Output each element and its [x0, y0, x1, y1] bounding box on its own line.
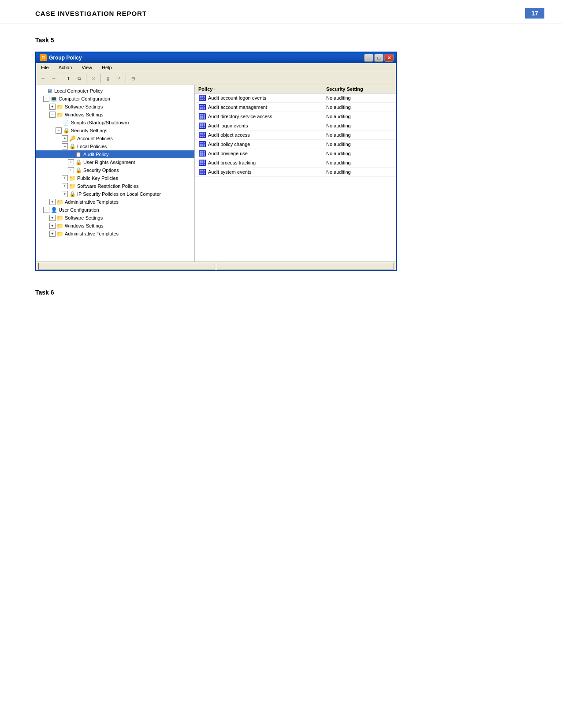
sort-indicator: ↑ [214, 87, 216, 92]
expander-admin-templates-cc[interactable]: + [49, 199, 56, 205]
tree-panel[interactable]: 🖥 Local Computer Policy − 💻 Computer Con… [36, 85, 195, 261]
titlebar-controls[interactable]: ─ □ ✕ [364, 54, 394, 62]
minimize-button[interactable]: ─ [364, 54, 373, 62]
icon-scripts: 📄 [63, 119, 70, 126]
policy-row-icon [198, 150, 206, 157]
menu-action[interactable]: Action [56, 64, 75, 71]
icon-security-options: 🔒 [75, 167, 82, 174]
tree-node-user-config[interactable]: − 👤 User Configuration [36, 206, 194, 214]
policy-setting: No auditing [326, 160, 392, 165]
icon-public-key: 📁 [69, 175, 76, 182]
label-security-options: Security Options [83, 168, 119, 173]
expander-admin-templates-uc[interactable]: + [49, 231, 56, 237]
page-header: CASE INVESTIGATION REPORT 17 [0, 0, 562, 23]
detail-header: Policy ↑ Security Setting [195, 85, 396, 93]
tree-node-local-computer-policy[interactable]: 🖥 Local Computer Policy [36, 87, 194, 95]
tree-node-audit-policy[interactable]: 📋 Audit Policy [36, 150, 194, 158]
help-button[interactable]: ? [114, 74, 123, 83]
close-button[interactable]: ✕ [384, 54, 394, 62]
tree-node-admin-templates-uc[interactable]: + 📁 Administrative Templates [36, 230, 194, 238]
detail-row[interactable]: Audit process trackingNo auditing [195, 158, 396, 168]
detail-row[interactable]: Audit directory service accessNo auditin… [195, 112, 396, 121]
expander-security-options[interactable]: + [68, 167, 74, 173]
label-software-restriction: Software Restriction Policies [77, 183, 138, 189]
tree-node-windows-settings-uc[interactable]: + 📁 Windows Settings [36, 222, 194, 230]
policy-row-icon [198, 122, 206, 129]
policy-setting: No auditing [326, 114, 392, 119]
icon-software-settings-uc: 📁 [56, 214, 63, 221]
policy-setting: No auditing [326, 123, 392, 128]
expander-software-settings-cc[interactable]: + [49, 104, 56, 110]
tree-node-security-settings[interactable]: − 🔒 Security Settings [36, 127, 194, 134]
menu-bar: File Action View Help [36, 63, 396, 72]
detail-row[interactable]: Audit logon eventsNo auditing [195, 121, 396, 131]
tree-node-local-policies[interactable]: − 🔒 Local Policies [36, 142, 194, 150]
expander-computer-config[interactable]: − [43, 96, 49, 102]
expander-software-settings-uc[interactable]: + [49, 215, 56, 221]
tree-node-computer-config[interactable]: − 💻 Computer Configuration [36, 95, 194, 103]
status-segment-1 [38, 263, 215, 270]
col-policy-header[interactable]: Policy ↑ [198, 86, 326, 92]
icon-software-settings-cc: 📁 [56, 103, 63, 110]
policy-setting: No auditing [326, 95, 392, 101]
tree-node-windows-settings[interactable]: − 📁 Windows Settings [36, 111, 194, 119]
expander-user-config[interactable]: − [43, 207, 49, 213]
policy-name: Audit account management [208, 105, 326, 110]
label-public-key: Public Key Policies [77, 175, 118, 181]
detail-row[interactable]: Audit system eventsNo auditing [195, 168, 396, 177]
tree-node-software-settings-cc[interactable]: + 📁 Software Settings [36, 103, 194, 111]
tree-node-ip-security[interactable]: + 🔒 IP Security Policies on Local Comput… [36, 190, 194, 198]
label-account-policies: Account Policies [77, 136, 113, 141]
expander-public-key[interactable]: + [62, 175, 68, 181]
expander-windows-settings-uc[interactable]: + [49, 223, 56, 229]
policy-name: Audit object access [208, 132, 326, 138]
label-ip-security: IP Security Policies on Local Computer [77, 191, 161, 197]
label-security-settings: Security Settings [71, 128, 108, 133]
toolbar-separator-1 [61, 74, 61, 83]
detail-row[interactable]: Audit policy changeNo auditing [195, 140, 396, 149]
expander-security-settings[interactable]: − [56, 127, 62, 134]
forward-button[interactable]: → [49, 74, 59, 83]
expander-windows-settings[interactable]: − [49, 112, 56, 118]
delete-button[interactable]: ✕ [89, 74, 98, 83]
policy-setting: No auditing [326, 132, 392, 138]
print-button[interactable]: ⎙ [103, 74, 113, 83]
policy-setting: No auditing [326, 142, 392, 147]
up-button[interactable]: ⬆ [63, 74, 73, 83]
label-computer-config: Computer Configuration [59, 96, 110, 101]
policy-name: Audit directory service access [208, 114, 326, 119]
detail-row[interactable]: Audit privilege useNo auditing [195, 149, 396, 158]
expander-software-restriction[interactable]: + [62, 183, 68, 189]
tree-node-security-options[interactable]: + 🔒 Security Options [36, 166, 194, 174]
icon-windows-settings-uc: 📁 [56, 222, 63, 229]
detail-row[interactable]: Audit account logon eventsNo auditing [195, 93, 396, 103]
col-security-header[interactable]: Security Setting [326, 86, 392, 92]
expander-local-policies[interactable]: − [62, 143, 68, 149]
view-button[interactable]: ⊟ [128, 74, 138, 83]
menu-file[interactable]: File [38, 64, 52, 71]
detail-row[interactable]: Audit account managementNo auditing [195, 103, 396, 112]
menu-help[interactable]: Help [99, 64, 115, 71]
detail-row[interactable]: Audit object accessNo auditing [195, 131, 396, 140]
menu-view[interactable]: View [79, 64, 95, 71]
icon-admin-templates-uc: 📁 [56, 230, 63, 237]
policy-setting: No auditing [326, 169, 392, 175]
tree-node-scripts[interactable]: 📄 Scripts (Startup/Shutdown) [36, 119, 194, 127]
tree-node-software-restriction[interactable]: + 📁 Software Restriction Policies [36, 182, 194, 190]
expander-ip-security[interactable]: + [62, 191, 68, 197]
expander-account-policies[interactable]: + [62, 135, 68, 142]
policy-row-icon [198, 131, 206, 138]
back-button[interactable]: ← [38, 74, 48, 83]
tree-node-admin-templates-cc[interactable]: + 📁 Administrative Templates [36, 198, 194, 206]
tree-node-account-policies[interactable]: + 🔑 Account Policies [36, 134, 194, 142]
expander-user-rights[interactable]: + [68, 159, 74, 165]
policy-name: Audit account logon events [208, 95, 326, 101]
copy-button[interactable]: ⧉ [74, 74, 84, 83]
tree-node-user-rights[interactable]: + 🔒 User Rights Assignment [36, 158, 194, 166]
maximize-button[interactable]: □ [374, 54, 383, 62]
icon-user-rights: 🔒 [75, 159, 82, 166]
label-software-settings-cc: Software Settings [65, 104, 103, 109]
page-number: 17 [525, 8, 544, 19]
tree-node-public-key[interactable]: + 📁 Public Key Policies [36, 174, 194, 182]
tree-node-software-settings-uc[interactable]: + 📁 Software Settings [36, 214, 194, 222]
